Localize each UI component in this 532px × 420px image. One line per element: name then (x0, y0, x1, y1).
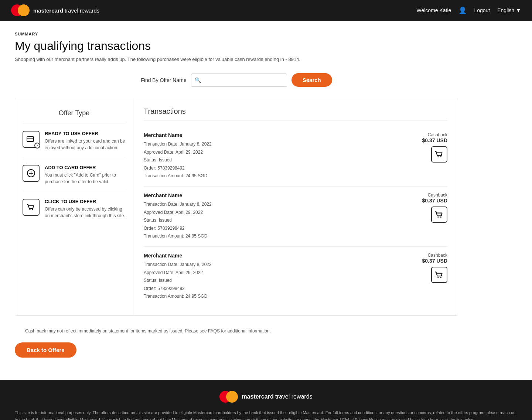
offer-type-item-click: CLICK TO USE OFFER Offers can only be ac… (23, 199, 126, 226)
panel-row: Offer Type ✓ READY TO USE OFFER Offers a… (15, 98, 458, 316)
merchant-name-1: Merchant Name (144, 132, 422, 138)
transactions-panel: Transactions Merchant Name Transaction D… (133, 98, 458, 315)
search-input[interactable] (191, 74, 287, 87)
table-row: Merchant Name Transaction Date: January … (144, 126, 447, 187)
ready-offer-info: READY TO USE OFFER Offers are linked to … (45, 131, 126, 151)
page-subtitle: Shopping with our merchant partners real… (15, 57, 458, 62)
table-row: Merchant Name Transaction Date: January … (144, 247, 447, 307)
cashback-label-2: Cashback (422, 192, 447, 198)
search-input-wrap: 🔍 (191, 74, 287, 87)
chevron-down-icon: ▼ (516, 7, 521, 13)
cart-icon-2 (431, 206, 447, 223)
mc-orange-circle (18, 4, 30, 16)
click-offer-name: CLICK TO USE OFFER (45, 199, 126, 204)
language-selector[interactable]: English ▼ (497, 7, 521, 13)
click-offer-info: CLICK TO USE OFFER Offers can only be ac… (45, 199, 126, 219)
merchant-name-3: Merchant Name (144, 253, 422, 259)
footer-disclaimer: This site is for informational purposes … (15, 409, 517, 420)
back-btn-wrap: Back to Offers (15, 339, 458, 369)
cashback-amount-3: $0.37 USD (422, 258, 447, 264)
transaction-detail-2: Transaction Date: January 8, 2022 Approv… (144, 201, 422, 240)
click-offer-desc: Offers can only be accessed by clicking … (45, 206, 126, 219)
language-label: English (497, 7, 514, 13)
svg-point-8 (440, 156, 441, 157)
cashback-amount-1: $0.37 USD (422, 137, 447, 143)
svg-point-7 (437, 156, 439, 157)
transaction-detail-3: Transaction Date: January 8, 2022 Approv… (144, 261, 422, 301)
ready-offer-name: READY TO USE OFFER (45, 131, 126, 136)
back-to-offers-button[interactable]: Back to Offers (15, 342, 76, 358)
main-content: SUMMARY My qualifying transactions Shopp… (0, 21, 473, 380)
offer-type-sidebar: Offer Type ✓ READY TO USE OFFER Offers a… (15, 98, 133, 315)
svg-point-10 (440, 216, 441, 218)
ready-offer-icon: ✓ (23, 131, 40, 148)
brand-suffix: travel rewards (63, 7, 99, 14)
transaction-info-2: Merchant Name Transaction Date: January … (144, 192, 422, 240)
header: mastercard travel rewards Welcome Katie … (0, 0, 532, 21)
welcome-text: Welcome Katie (416, 7, 451, 13)
cashback-note: Cash back may not reflect immediately on… (15, 323, 458, 339)
header-logo: mastercard travel rewards (11, 4, 99, 16)
offer-type-item-add: ADD TO CARD OFFER You must click "Add to… (23, 165, 126, 192)
mastercard-logo (11, 4, 30, 16)
footer-mastercard-logo (219, 391, 238, 403)
merchant-name-2: Merchant Name (144, 192, 422, 198)
add-offer-info: ADD TO CARD OFFER You must click "Add to… (45, 165, 126, 185)
svg-point-11 (437, 277, 439, 278)
transaction-info-1: Merchant Name Transaction Date: January … (144, 132, 422, 180)
transaction-cashback-2: Cashback $0.37 USD (422, 192, 447, 223)
cart-icon-1 (431, 146, 447, 163)
profile-icon[interactable]: 👤 (458, 6, 467, 14)
footer-logo-row: mastercard travel rewards (15, 391, 517, 403)
page-title: My qualifying transactions (15, 39, 458, 53)
brand-name: mastercard (33, 7, 63, 14)
svg-point-12 (440, 277, 441, 278)
transactions-title: Transactions (144, 107, 447, 120)
search-section: Find By Offer Name 🔍 Search (15, 73, 458, 87)
brand-text: mastercard travel rewards (33, 7, 99, 14)
svg-point-5 (30, 209, 31, 210)
transaction-cashback-3: Cashback $0.37 USD (422, 253, 447, 283)
ready-offer-desc: Offers are linked to your card and can b… (45, 138, 126, 151)
footer-brand-name: mastercard (242, 393, 273, 400)
transaction-info-3: Merchant Name Transaction Date: January … (144, 253, 422, 301)
svg-point-6 (32, 209, 33, 210)
cart-icon-3 (431, 267, 447, 283)
search-icon: 🔍 (195, 77, 201, 83)
check-badge-icon: ✓ (34, 143, 40, 148)
footer-brand-text: mastercard travel rewards (242, 393, 312, 400)
cashback-label-3: Cashback (422, 253, 447, 258)
offer-type-item-ready: ✓ READY TO USE OFFER Offers are linked t… (23, 131, 126, 158)
search-button[interactable]: Search (291, 73, 332, 87)
logout-button[interactable]: Logout (474, 7, 490, 13)
search-label: Find By Offer Name (141, 77, 186, 83)
cashback-amount-2: $0.37 USD (422, 198, 447, 204)
svg-point-9 (437, 216, 439, 218)
header-nav: Welcome Katie 👤 Logout English ▼ (416, 6, 521, 14)
offer-type-title: Offer Type (23, 109, 126, 123)
add-offer-icon (23, 165, 40, 182)
footer-brand-suffix: travel rewards (274, 393, 313, 400)
add-offer-desc: You must click "Add to Card" prior to pu… (45, 172, 126, 185)
footer-mc-orange-circle (226, 391, 238, 403)
footer: mastercard travel rewards This site is f… (0, 380, 532, 420)
table-row: Merchant Name Transaction Date: January … (144, 187, 447, 247)
svg-rect-0 (27, 137, 34, 141)
click-offer-icon (23, 199, 40, 216)
transaction-detail-1: Transaction Date: January 8, 2022 Approv… (144, 140, 422, 180)
summary-label: SUMMARY (15, 32, 458, 36)
add-offer-name: ADD TO CARD OFFER (45, 165, 126, 170)
transaction-cashback-1: Cashback $0.37 USD (422, 132, 447, 163)
cashback-label-1: Cashback (422, 132, 447, 137)
